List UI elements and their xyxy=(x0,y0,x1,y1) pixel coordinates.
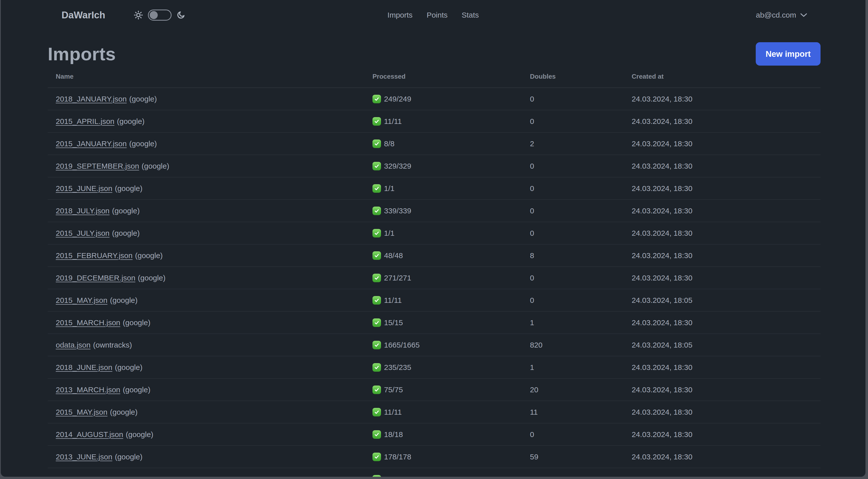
import-file-link[interactable]: 2019_DECEMBER.json xyxy=(56,274,135,282)
nav-item-stats[interactable]: Stats xyxy=(462,11,479,19)
import-source-label: (google) xyxy=(110,408,137,416)
doubles-count: 0 xyxy=(530,274,632,282)
check-emoji-icon xyxy=(372,296,381,305)
page-title: Imports xyxy=(48,43,116,64)
import-source-label: (google) xyxy=(123,319,150,327)
imports-page: Imports New import Name Processed Double… xyxy=(1,42,866,477)
table-row: 2019_SEPTEMBER.json(google) 329/329 0 24… xyxy=(48,155,820,177)
processed-count: 8/8 xyxy=(384,140,395,148)
import-file-link[interactable]: 2015_APRIL.json xyxy=(56,117,115,125)
import-file-link[interactable]: 2015_MAY.json xyxy=(56,296,107,304)
processed-cell: 1665/1665 xyxy=(372,341,530,349)
processed-count: 48/48 xyxy=(384,251,403,260)
import-file-link[interactable]: 2018_JUNE.json xyxy=(56,363,112,371)
user-email: ab@cd.com xyxy=(756,11,796,19)
processed-count: 249/249 xyxy=(384,95,411,103)
theme-toggle-group xyxy=(134,9,185,21)
table-row: 2015_FEBRUARY.json(google) 48/48 8 24.03… xyxy=(48,244,820,267)
import-file-link[interactable]: 2015_MARCH.json xyxy=(56,319,120,327)
chevron-down-icon xyxy=(800,13,807,17)
name-cell: 2015_APRIL.json(google) xyxy=(48,117,372,126)
processed-cell: 15/15 xyxy=(372,319,530,327)
check-emoji-icon xyxy=(372,117,381,126)
import-file-link[interactable]: odata.json xyxy=(56,341,90,349)
import-source-label: (google) xyxy=(117,117,145,125)
processed-cell xyxy=(372,475,530,477)
processed-count: 18/18 xyxy=(384,430,403,439)
check-emoji-icon xyxy=(372,274,381,282)
import-source-label: (google) xyxy=(129,140,157,148)
import-source-label: (google) xyxy=(135,251,163,260)
import-source-label: (google) xyxy=(142,162,169,170)
theme-toggle-knob[interactable] xyxy=(150,11,158,19)
check-emoji-icon xyxy=(372,162,381,170)
import-source-label: (google) xyxy=(112,229,140,237)
processed-count: 235/235 xyxy=(384,363,411,372)
created-at: 24.03.2024, 18:30 xyxy=(632,453,820,461)
processed-count: 1/1 xyxy=(384,229,395,238)
import-file-link[interactable]: 2015_JANUARY.json xyxy=(56,140,127,148)
nav-item-points[interactable]: Points xyxy=(427,11,447,19)
created-at: 24.03.2024, 18:30 xyxy=(632,363,820,372)
processed-cell: 249/249 xyxy=(372,95,530,103)
created-at: 24.03.2024, 18:30 xyxy=(632,251,820,260)
check-emoji-icon xyxy=(372,453,381,461)
doubles-count: 2 xyxy=(530,140,632,148)
doubles-count: 0 xyxy=(530,296,632,305)
name-cell: 2015_MAY.json(google) xyxy=(48,408,372,416)
nav-item-imports[interactable]: Imports xyxy=(388,11,413,19)
table-body: 2018_JANUARY.json(google) 249/249 0 24.0… xyxy=(48,88,820,477)
user-menu[interactable]: ab@cd.com xyxy=(756,11,807,19)
import-file-link[interactable]: 2019_SEPTEMBER.json xyxy=(56,162,139,170)
doubles-count: 0 xyxy=(530,162,632,170)
app-logo[interactable]: DaWarIch xyxy=(62,10,105,21)
theme-toggle[interactable] xyxy=(148,9,172,21)
import-file-link[interactable]: 2015_FEBRUARY.json xyxy=(56,251,133,260)
doubles-count: 8 xyxy=(530,251,632,260)
name-cell: 2019_DECEMBER.json(google) xyxy=(48,274,372,282)
import-source-label: (google) xyxy=(129,95,157,103)
import-file-link[interactable]: 2018_JULY.json xyxy=(56,207,110,215)
processed-count: 271/271 xyxy=(384,274,411,282)
name-cell: 2015_JUNE.json(google) xyxy=(48,184,372,193)
created-at: 24.03.2024, 18:30 xyxy=(632,140,820,148)
table-row: 2018_JUNE.json(google) 235/235 1 24.03.2… xyxy=(48,356,820,379)
table-row: 2015_JANUARY.json(google) 8/8 2 24.03.20… xyxy=(48,133,820,155)
import-source-label: (google) xyxy=(138,274,165,282)
table-header-row: Name Processed Doubles Created at xyxy=(48,66,820,88)
check-emoji-icon xyxy=(372,341,381,349)
table-row: 2015_APRIL.json(google) 11/11 0 24.03.20… xyxy=(48,110,820,133)
new-import-button[interactable]: New import xyxy=(756,42,820,66)
processed-cell: 11/11 xyxy=(372,117,530,126)
processed-cell: 1/1 xyxy=(372,229,530,238)
name-cell: 2015_FEBRUARY.json(google) xyxy=(48,251,372,260)
import-file-link[interactable]: 2015_JUNE.json xyxy=(56,184,112,192)
processed-cell: 11/11 xyxy=(372,408,530,416)
processed-count: 15/15 xyxy=(384,319,403,327)
import-file-link[interactable]: 2015_JULY.json xyxy=(56,229,110,237)
import-file-link[interactable]: 2014_AUGUST.json xyxy=(56,430,123,439)
import-file-link[interactable]: 2015_MAY.json xyxy=(56,408,107,416)
name-cell: 2015_JULY.json(google) xyxy=(48,229,372,238)
import-file-link[interactable]: 2013_JUNE.json xyxy=(56,453,112,461)
check-emoji-icon xyxy=(372,386,381,394)
table-row: 2015_MAY.json(google) 11/11 0 24.03.2024… xyxy=(48,289,820,311)
created-at: 24.03.2024, 18:30 xyxy=(632,229,820,238)
name-cell: 2018_JULY.json(google) xyxy=(48,207,372,215)
check-emoji-icon xyxy=(372,363,381,372)
name-cell: 2015_MAY.json(google) xyxy=(48,296,372,305)
import-source-label: (google) xyxy=(112,207,140,215)
imports-table: Name Processed Doubles Created at 2018_J… xyxy=(48,66,820,477)
table-row: 2013_JUNE.json(google) 178/178 59 24.03.… xyxy=(48,446,820,468)
column-header-processed: Processed xyxy=(372,72,530,81)
import-source-label: (google) xyxy=(115,453,143,461)
processed-count: 329/329 xyxy=(384,162,411,170)
import-source-label: (google) xyxy=(115,363,143,371)
import-file-link[interactable]: 2013_MARCH.json xyxy=(56,386,120,394)
import-file-link[interactable]: 2018_JANUARY.json xyxy=(56,95,127,103)
processed-cell: 329/329 xyxy=(372,162,530,170)
main-nav: Imports Points Stats xyxy=(388,0,479,30)
check-emoji-icon xyxy=(372,319,381,327)
import-source-label: (google) xyxy=(110,296,137,304)
processed-count: 75/75 xyxy=(384,386,403,394)
